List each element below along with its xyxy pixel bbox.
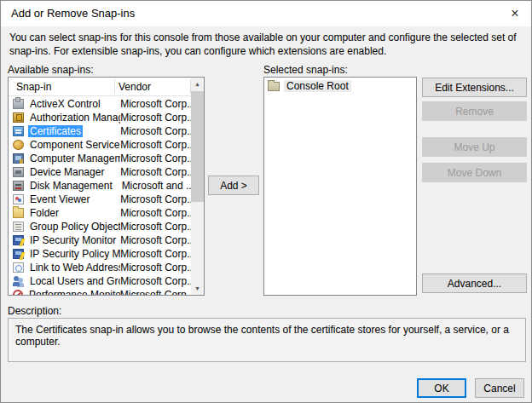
available-snapins-list: Snap-in Vendor ActiveX ControlMicrosoft … — [8, 77, 205, 296]
close-icon[interactable]: × — [504, 3, 526, 24]
device-manager-icon — [13, 167, 24, 177]
snapin-name: Computer Managem... — [28, 153, 120, 164]
list-item-event-viewer[interactable]: Event ViewerMicrosoft Corp... — [9, 193, 191, 206]
snapin-vendor: Microsoft Corp... — [120, 207, 191, 219]
list-rows: ActiveX ControlMicrosoft Corp... Authori… — [9, 97, 191, 295]
snapin-vendor: Microsoft Corp... — [120, 98, 191, 110]
snapin-name: Local Users and Gro... — [28, 275, 120, 287]
list-item-device-manager[interactable]: Device ManagerMicrosoft Corp... — [9, 165, 191, 179]
event-viewer-icon — [13, 194, 24, 204]
snapin-name: Device Manager — [28, 166, 106, 178]
component-services-icon — [13, 140, 24, 150]
certificates-icon — [13, 126, 24, 136]
list-header: Snap-in Vendor — [9, 78, 191, 96]
link-web-address-icon — [13, 262, 24, 273]
group-policy-icon — [13, 222, 24, 232]
add-button[interactable]: Add > — [208, 176, 259, 195]
snapin-vendor: Microsoft Corp... — [120, 139, 191, 151]
snapin-vendor: Microsoft Corp... — [120, 248, 191, 260]
snapin-vendor: Microsoft Corp... — [120, 289, 191, 295]
description-text: The Certificates snap-in allows you to b… — [8, 318, 526, 362]
snapin-vendor: Microsoft Corp... — [120, 125, 191, 137]
list-item-link-to-web-address[interactable]: Link to Web AddressMicrosoft Corp... — [9, 261, 191, 274]
remove-button: Remove — [422, 101, 527, 121]
snapin-name: Folder — [28, 207, 61, 219]
snapin-vendor: Microsoft Corp... — [120, 234, 191, 246]
scroll-down-icon[interactable]: ▼ — [191, 282, 204, 295]
list-item-local-users-groups[interactable]: Local Users and Gro...Microsoft Corp... — [9, 274, 191, 288]
cancel-button[interactable]: Cancel — [475, 378, 524, 398]
column-divider — [114, 79, 115, 94]
list-item-ip-security-policy[interactable]: IP Security Policy Ma...Microsoft Corp..… — [9, 247, 191, 261]
ip-security-monitor-icon — [13, 235, 24, 245]
list-item-group-policy-object[interactable]: Group Policy Object ...Microsoft Corp... — [9, 220, 191, 233]
ok-button[interactable]: OK — [417, 378, 466, 398]
disk-management-icon — [13, 181, 24, 191]
snapin-vendor: Microsoft and ... — [122, 180, 191, 192]
list-item-authorization-manager[interactable]: Authorization ManagerMicrosoft Corp... — [9, 111, 191, 124]
column-header-vendor[interactable]: Vendor — [119, 81, 151, 93]
snapin-vendor: Microsoft Corp... — [120, 166, 191, 178]
snapin-name: Authorization Manager — [28, 112, 120, 124]
description-label: Description: — [8, 305, 61, 317]
list-item-activex-control[interactable]: ActiveX ControlMicrosoft Corp... — [9, 97, 191, 111]
available-snapins-label: Available snap-ins: — [8, 64, 94, 76]
list-item-performance-monitor[interactable]: Performance MonitorMicrosoft Corp... — [9, 288, 191, 295]
scrollbar-thumb[interactable] — [191, 91, 204, 202]
snapin-name: Event Viewer — [28, 193, 91, 205]
list-item-certificates-selected[interactable]: CertificatesMicrosoft Corp... — [9, 124, 191, 138]
performance-monitor-icon — [13, 290, 23, 295]
title-bar: Add or Remove Snap-ins × — [1, 1, 531, 26]
console-root-folder-icon — [268, 82, 280, 91]
selected-snapins-label: Selected snap-ins: — [263, 64, 348, 76]
snapin-name: IP Security Monitor — [28, 234, 118, 246]
vertical-scrollbar[interactable]: ▲ ▼ — [191, 78, 204, 295]
snapin-vendor: Microsoft Corp... — [120, 153, 191, 164]
edit-extensions-button[interactable]: Edit Extensions... — [422, 78, 527, 97]
advanced-button[interactable]: Advanced... — [422, 273, 527, 293]
computer-management-icon — [13, 153, 24, 164]
snapin-name: Group Policy Object ... — [28, 221, 120, 233]
local-users-groups-icon — [13, 276, 24, 286]
intro-text: You can select snap-ins for this console… — [9, 31, 526, 58]
console-root-label: Console Root — [284, 80, 351, 92]
snapin-vendor: Microsoft Corp... — [120, 193, 191, 205]
snapin-name: Certificates — [28, 125, 83, 137]
list-item-component-services[interactable]: Component ServicesMicrosoft Corp... — [9, 138, 191, 152]
list-item-computer-management[interactable]: Computer Managem...Microsoft Corp... — [9, 152, 191, 165]
list-item-ip-security-monitor[interactable]: IP Security MonitorMicrosoft Corp... — [9, 233, 191, 247]
snapin-vendor: Microsoft Corp... — [120, 275, 191, 287]
snapin-vendor: Microsoft Corp... — [120, 112, 191, 124]
authorization-manager-icon — [13, 112, 24, 123]
window-title: Add or Remove Snap-ins — [11, 7, 135, 20]
move-down-button: Move Down — [422, 163, 527, 182]
snapin-name: Disk Management — [28, 180, 114, 192]
snapin-name: Link to Web Address — [28, 262, 120, 273]
snapin-vendor: Microsoft Corp... — [120, 262, 191, 273]
add-remove-snapins-dialog: Add or Remove Snap-ins × You can select … — [0, 0, 532, 403]
list-item-console-root[interactable]: Console Root — [264, 78, 416, 93]
snapin-vendor: Microsoft Corp... — [120, 221, 191, 233]
folder-icon — [13, 208, 24, 218]
move-up-button: Move Up — [422, 137, 527, 157]
snapin-name: ActiveX Control — [28, 98, 102, 110]
scroll-up-icon[interactable]: ▲ — [191, 78, 204, 90]
list-item-disk-management[interactable]: Disk ManagementMicrosoft and ... — [9, 179, 191, 193]
activex-control-icon — [13, 99, 24, 109]
ip-security-policy-icon — [13, 249, 24, 259]
column-header-snapin[interactable]: Snap-in — [16, 81, 51, 93]
list-item-folder[interactable]: FolderMicrosoft Corp... — [9, 206, 191, 220]
snapin-name: IP Security Policy Ma... — [28, 248, 120, 260]
snapin-name: Component Services — [28, 139, 120, 151]
snapin-name: Performance Monitor — [27, 289, 120, 295]
selected-snapins-list: Console Root — [263, 77, 417, 296]
